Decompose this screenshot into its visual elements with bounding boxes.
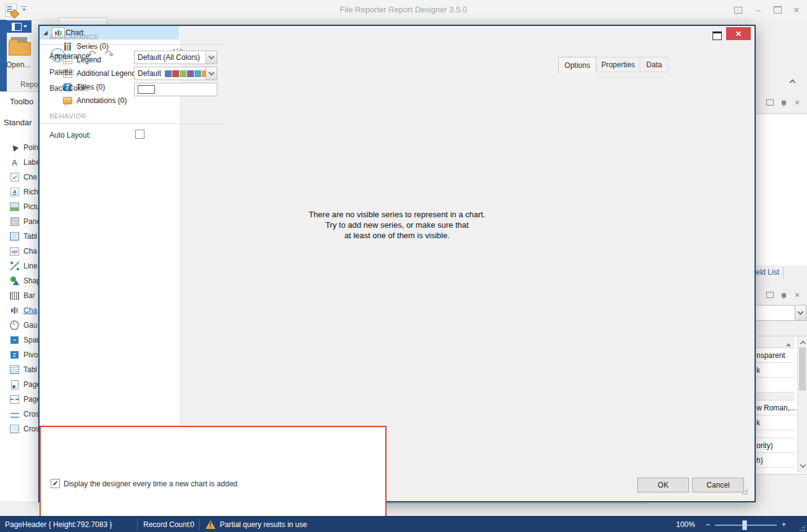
table-of-contents-icon xyxy=(10,365,19,375)
grid-row[interactable]: k xyxy=(755,363,795,378)
grid-row[interactable]: ority) xyxy=(755,438,795,453)
pin-icon[interactable] xyxy=(779,291,788,299)
appearance-dropdown[interactable]: Default (All Colors) xyxy=(134,51,217,64)
pin-icon[interactable] xyxy=(779,99,788,106)
scrollbar-thumb[interactable] xyxy=(799,347,806,391)
tab-options[interactable]: Options xyxy=(558,57,596,73)
character-comb-icon: a|b xyxy=(10,247,19,256)
pivot-grid-icon: Σ xyxy=(10,351,19,360)
toolbox-category-standard[interactable]: Standar xyxy=(4,118,32,127)
close-panel-icon[interactable]: ✕ xyxy=(793,291,801,299)
tab-data[interactable]: Data xyxy=(640,57,669,72)
checkbox-label: Display the designer every time a new ch… xyxy=(64,480,237,488)
close-button[interactable]: ✕ xyxy=(789,4,804,16)
toolbox-item-gauge[interactable]: Gau xyxy=(0,318,41,333)
tree-expander-icon[interactable] xyxy=(43,31,48,35)
application-menu-button[interactable] xyxy=(7,20,31,33)
open-button[interactable]: Open... xyxy=(6,60,30,69)
vertical-scrollbar[interactable] xyxy=(797,336,807,473)
autolayout-checkbox[interactable] xyxy=(135,130,144,139)
line-icon xyxy=(10,262,19,271)
palette-color xyxy=(187,70,194,77)
ok-button[interactable]: OK xyxy=(637,478,689,493)
section-divider xyxy=(40,123,225,124)
cancel-button[interactable]: Cancel xyxy=(692,478,744,493)
grid-row[interactable]: h) xyxy=(755,453,795,468)
toolbox-item-panel[interactable]: Pane xyxy=(0,214,41,229)
toolbox-item-line[interactable]: Line xyxy=(0,259,41,273)
maximize-button[interactable] xyxy=(770,4,785,16)
toolbox-item-crossbandbox[interactable]: Cros xyxy=(0,422,41,436)
tab-separator xyxy=(783,267,784,279)
float-panel-icon[interactable] xyxy=(766,99,774,106)
toolbox-item-chart[interactable]: Cha xyxy=(0,303,41,318)
close-panel-icon[interactable]: ✕ xyxy=(793,99,801,106)
toolbox-item-label[interactable]: ALabe xyxy=(0,155,41,170)
toolbox-item-pointer[interactable]: Poin xyxy=(0,140,41,155)
window-resize-grip[interactable] xyxy=(800,525,805,531)
toolbox-item-pivotgrid[interactable]: ΣPivo xyxy=(0,347,41,362)
scroll-up-icon[interactable] xyxy=(801,339,805,347)
toolbox-item-pagebreak[interactable]: Page xyxy=(0,392,41,407)
chevron-down-icon[interactable] xyxy=(206,67,217,80)
chevron-down-icon[interactable] xyxy=(795,305,806,320)
toolbox-item-pageinfo[interactable]: Page xyxy=(0,377,41,392)
grid-row[interactable] xyxy=(755,378,795,393)
toolbox-item-barcode[interactable]: Bar xyxy=(0,288,41,303)
palette-dropdown[interactable]: Default xyxy=(134,67,217,80)
toolbox-item-charactercomb[interactable]: a|bCha xyxy=(0,244,41,259)
tab-field-list[interactable]: eld List xyxy=(756,268,779,276)
ribbon-toggle-button[interactable]: ↑ xyxy=(730,4,745,16)
picture-icon xyxy=(10,202,19,212)
statusbar-separator xyxy=(137,519,138,530)
property-dropdown[interactable] xyxy=(755,305,806,321)
tab-properties[interactable]: Properties xyxy=(596,57,640,72)
toolbox-item-sparkline[interactable]: ~Spar xyxy=(0,333,41,347)
grid-row[interactable]: w Roman,... xyxy=(755,401,795,415)
grid-row[interactable]: k xyxy=(755,415,795,430)
zoom-in-button[interactable]: + xyxy=(782,520,786,529)
panel-caption-buttons: ✕ xyxy=(766,291,801,299)
grid-row[interactable] xyxy=(755,430,795,438)
series-icon xyxy=(63,42,72,51)
toolbox-item-crossbandline[interactable]: Cros xyxy=(0,407,41,422)
chevron-down-icon[interactable] xyxy=(206,51,217,64)
record-count-label: Record Count: xyxy=(143,520,191,529)
dialog-close-button[interactable]: ✕ xyxy=(726,27,751,40)
palette-color xyxy=(194,70,201,77)
panel-caption-buttons: ✕ xyxy=(766,99,801,106)
scroll-down-icon[interactable] xyxy=(801,460,805,469)
chart-designer-dialog: Chart Designer ✕ + ↶ ↷ Chart Series (0) xyxy=(38,25,756,502)
richtext-icon: A xyxy=(10,188,19,197)
palette-color xyxy=(180,70,186,77)
section-divider xyxy=(40,44,225,45)
resize-grip[interactable] xyxy=(742,489,748,494)
annotation-icon xyxy=(63,96,72,105)
grid-row[interactable]: nsparent xyxy=(755,348,795,363)
toolbox-item-shape[interactable]: Shap xyxy=(0,273,41,288)
zoom-slider-thumb[interactable] xyxy=(742,520,747,530)
backcolor-label: Back Color: xyxy=(49,84,88,93)
right-dock-area: ✕ eld List ✕ nsparent k w Roman,... k or… xyxy=(755,20,807,516)
zoom-out-button[interactable]: − xyxy=(706,520,710,529)
dialog-maximize-button[interactable] xyxy=(713,31,722,40)
grid-category-row xyxy=(755,393,795,401)
appearance-label: Appearance: xyxy=(49,52,91,60)
property-grid: nsparent k w Roman,... k ority) h) xyxy=(755,336,807,475)
toolbox-item-richtext[interactable]: ARich xyxy=(0,185,41,199)
toolbox-item-tableofcontents[interactable]: Tabl xyxy=(0,362,41,377)
section-appearance: APPEARANCE xyxy=(49,33,99,41)
minimize-button[interactable]: – xyxy=(751,4,766,16)
toolbox-item-picturebox[interactable]: Pictu xyxy=(0,199,41,214)
show-designer-option[interactable]: ✓ Display the designer every time a new … xyxy=(51,479,237,488)
toolbox-item-checkbox[interactable]: ✓Che xyxy=(0,170,41,185)
float-panel-icon[interactable] xyxy=(766,291,774,299)
palette-label: Palette: xyxy=(49,68,75,77)
toolbox-item-table[interactable]: Tabl xyxy=(0,229,41,244)
checked-checkbox[interactable]: ✓ xyxy=(51,479,60,488)
backcolor-picker[interactable] xyxy=(134,83,217,96)
empty-chart-message: There are no visible series to represent… xyxy=(40,209,755,241)
open-folder-icon xyxy=(9,37,31,56)
chevron-up-icon[interactable] xyxy=(790,78,795,86)
grid-header[interactable] xyxy=(755,336,795,348)
